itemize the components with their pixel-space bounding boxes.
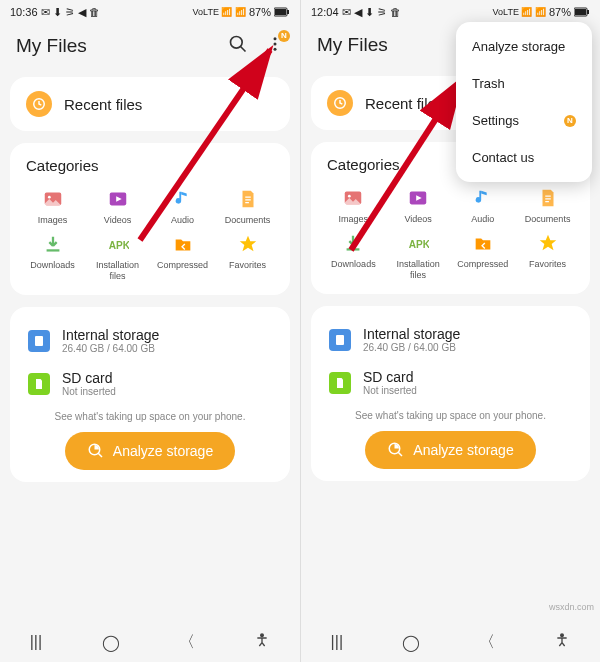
category-icon <box>107 188 129 210</box>
internal-storage-icon <box>329 329 351 351</box>
sdcard-name: SD card <box>62 370 116 386</box>
status-time: 12:04 <box>311 6 339 18</box>
nav-back[interactable]: 〈 <box>179 632 195 653</box>
category-label: Downloads <box>331 259 376 269</box>
category-videos[interactable]: Videos <box>388 187 449 224</box>
menu-item-analyze-storage[interactable]: Analyze storage <box>456 28 592 65</box>
analyze-icon <box>87 442 105 460</box>
sdcard-row[interactable]: SD card Not inserted <box>325 361 576 404</box>
nav-accessibility[interactable] <box>554 632 570 652</box>
category-videos[interactable]: Videos <box>87 188 148 225</box>
category-documents[interactable]: Documents <box>217 188 278 225</box>
nav-recents[interactable]: ||| <box>30 633 42 651</box>
svg-point-5 <box>274 37 277 40</box>
status-bar: 10:36 ✉ ⬇ ⚞ ◀ 🗑 VoLTE 📶 📶 87% <box>0 0 300 24</box>
analyze-storage-button[interactable]: Analyze storage <box>65 432 235 470</box>
svg-point-31 <box>561 634 564 637</box>
category-compressed[interactable]: Compressed <box>152 233 213 281</box>
internal-storage-name: Internal storage <box>62 327 159 343</box>
analyze-storage-button[interactable]: Analyze storage <box>365 431 535 469</box>
status-time: 10:36 <box>10 6 38 18</box>
clock-icon <box>26 91 52 117</box>
category-favorites[interactable]: Favorites <box>517 232 578 280</box>
category-compressed[interactable]: Compressed <box>453 232 514 280</box>
status-bar: 12:04 ✉ ◀ ⬇ ⚞ 🗑 VoLTE 📶 📶 87% <box>301 0 600 24</box>
category-images[interactable]: Images <box>323 187 384 224</box>
menu-item-label: Settings <box>472 113 519 128</box>
category-images[interactable]: Images <box>22 188 83 225</box>
category-label: Documents <box>225 215 271 225</box>
menu-item-contact-us[interactable]: Contact us <box>456 139 592 176</box>
recent-files-label: Recent files <box>64 96 142 113</box>
category-label: Images <box>339 214 369 224</box>
category-favorites[interactable]: Favorites <box>217 233 278 281</box>
svg-point-7 <box>274 48 277 51</box>
sdcard-sub: Not inserted <box>62 386 116 397</box>
status-icons-right: VoLTE 📶 📶 <box>493 7 546 17</box>
internal-storage-sub: 26.40 GB / 64.00 GB <box>62 343 159 354</box>
svg-text:APK: APK <box>108 240 128 251</box>
svg-point-6 <box>274 43 277 46</box>
nav-recents[interactable]: ||| <box>331 633 343 651</box>
category-audio[interactable]: Audio <box>453 187 514 224</box>
svg-point-17 <box>261 634 264 637</box>
recent-files-label: Recent files <box>365 95 443 112</box>
category-icon: APK <box>407 232 429 254</box>
nav-home[interactable]: ◯ <box>402 633 420 652</box>
category-icon <box>472 232 494 254</box>
sdcard-row[interactable]: SD card Not inserted <box>24 362 276 405</box>
nav-bar: ||| ◯ 〈 <box>301 622 600 662</box>
category-label: Compressed <box>457 259 508 269</box>
category-installation-files[interactable]: APKInstallation files <box>87 233 148 281</box>
category-installation-files[interactable]: APKInstallation files <box>388 232 449 280</box>
more-options-button[interactable]: N <box>266 34 284 57</box>
category-downloads[interactable]: Downloads <box>323 232 384 280</box>
svg-line-16 <box>98 453 102 457</box>
storage-hint: See what's taking up space on your phone… <box>24 411 276 422</box>
nav-home[interactable]: ◯ <box>102 633 120 652</box>
category-icon <box>42 233 64 255</box>
svg-point-24 <box>348 195 351 198</box>
menu-item-label: Contact us <box>472 150 534 165</box>
sdcard-icon <box>28 373 50 395</box>
storage-hint: See what's taking up space on your phone… <box>325 410 576 421</box>
phone-left: 10:36 ✉ ⬇ ⚞ ◀ 🗑 VoLTE 📶 📶 87% My Files N… <box>0 0 300 662</box>
storage-card: Internal storage 26.40 GB / 64.00 GB SD … <box>10 307 290 482</box>
page-title: My Files <box>16 35 87 57</box>
clock-icon <box>327 90 353 116</box>
category-downloads[interactable]: Downloads <box>22 233 83 281</box>
category-label: Documents <box>525 214 571 224</box>
internal-storage-row[interactable]: Internal storage 26.40 GB / 64.00 GB <box>24 319 276 362</box>
internal-storage-row[interactable]: Internal storage 26.40 GB / 64.00 GB <box>325 318 576 361</box>
svg-line-4 <box>241 47 246 52</box>
search-button[interactable] <box>228 34 248 57</box>
category-audio[interactable]: Audio <box>152 188 213 225</box>
category-icon <box>537 232 559 254</box>
nav-back[interactable]: 〈 <box>479 632 495 653</box>
menu-item-settings[interactable]: SettingsN <box>456 102 592 139</box>
status-battery: 87% <box>249 6 271 18</box>
category-label: Installation files <box>388 259 449 280</box>
category-documents[interactable]: Documents <box>517 187 578 224</box>
category-label: Videos <box>404 214 431 224</box>
recent-files-row[interactable]: Recent files <box>10 77 290 131</box>
nav-accessibility[interactable] <box>254 632 270 652</box>
category-icon <box>342 187 364 209</box>
category-icon <box>237 188 259 210</box>
category-icon <box>472 187 494 209</box>
category-icon <box>172 233 194 255</box>
svg-text:APK: APK <box>409 239 429 250</box>
sdcard-sub: Not inserted <box>363 385 417 396</box>
sdcard-name: SD card <box>363 369 417 385</box>
status-icons-left: ✉ ⬇ ⚞ ◀ 🗑 <box>41 6 100 19</box>
menu-item-trash[interactable]: Trash <box>456 65 592 102</box>
svg-point-3 <box>231 37 243 49</box>
category-label: Favorites <box>529 259 566 269</box>
svg-rect-14 <box>35 336 43 346</box>
category-label: Favorites <box>229 260 266 270</box>
category-label: Audio <box>171 215 194 225</box>
internal-storage-sub: 26.40 GB / 64.00 GB <box>363 342 460 353</box>
category-label: Images <box>38 215 68 225</box>
svg-rect-2 <box>287 10 289 14</box>
categories-card: Categories ImagesVideosAudioDocumentsDow… <box>10 143 290 295</box>
